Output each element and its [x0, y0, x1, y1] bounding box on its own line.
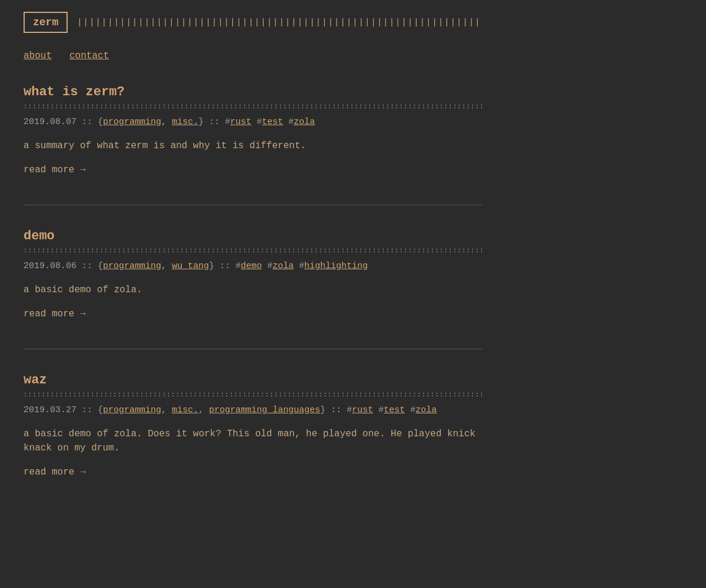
post-2-tag-highlighting[interactable]: highlighting: [304, 261, 368, 271]
header-decoration: ||||||||||||||||||||||||||||||||||||||||…: [77, 18, 482, 27]
post-1-tag-test[interactable]: test: [262, 117, 283, 127]
posts-list: what is zerm? ::::::::::::::::::::::::::…: [24, 85, 482, 495]
post-1-cat-programming[interactable]: programming: [103, 117, 161, 127]
post-2-divider: ::::::::::::::::::::::::::::::::::::::::…: [24, 247, 482, 254]
logo[interactable]: zerm: [24, 12, 68, 33]
post-2-tag-demo[interactable]: demo: [241, 261, 262, 271]
post-1-date: 2019.08.07: [24, 117, 76, 127]
post-2-tag-zola[interactable]: zola: [272, 261, 294, 271]
post-2-date: 2019.08.06: [24, 261, 76, 271]
post-3-divider: ::::::::::::::::::::::::::::::::::::::::…: [24, 391, 482, 398]
post-3-cat-programming[interactable]: programming: [103, 405, 161, 415]
post-3-meta: 2019.03.27 :: {programming, misc., progr…: [24, 405, 482, 415]
post-3-tag-zola[interactable]: zola: [415, 405, 437, 415]
post-1-tag-rust[interactable]: rust: [230, 117, 251, 127]
post-1-title: what is zerm?: [24, 85, 482, 99]
nav-about[interactable]: about: [24, 51, 52, 61]
divider-2: [24, 349, 482, 349]
post-3-cat-prolangs[interactable]: programming languages: [209, 405, 320, 415]
header: zerm |||||||||||||||||||||||||||||||||||…: [24, 12, 482, 33]
post-2-read-more[interactable]: read more →: [24, 309, 86, 319]
post-1-read-more[interactable]: read more →: [24, 165, 86, 175]
post-1-divider: ::::::::::::::::::::::::::::::::::::::::…: [24, 103, 482, 110]
nav-contact[interactable]: contact: [69, 51, 109, 61]
post-2-title: demo: [24, 229, 482, 243]
post-3-tag-test[interactable]: test: [384, 405, 405, 415]
post-3-tag-rust[interactable]: rust: [352, 405, 373, 415]
post-1-summary: a summary of what zerm is and why it is …: [24, 139, 482, 153]
post-1: what is zerm? ::::::::::::::::::::::::::…: [24, 85, 482, 193]
post-2: demo :::::::::::::::::::::::::::::::::::…: [24, 229, 482, 337]
post-3: waz ::::::::::::::::::::::::::::::::::::…: [24, 373, 482, 495]
post-1-tag-zola[interactable]: zola: [294, 117, 315, 127]
post-1-cat-misc[interactable]: misc.: [172, 117, 198, 127]
post-2-meta: 2019.08.06 :: {programming, wu tang} :: …: [24, 261, 482, 271]
post-2-cat-programming[interactable]: programming: [103, 261, 161, 271]
post-3-title: waz: [24, 373, 482, 387]
post-1-meta: 2019.08.07 :: {programming, misc.} :: #r…: [24, 117, 482, 127]
post-2-summary: a basic demo of zola.: [24, 283, 482, 297]
post-2-cat-wutang[interactable]: wu tang: [172, 261, 209, 271]
post-3-summary: a basic demo of zola. Does it work? This…: [24, 427, 482, 455]
post-3-read-more[interactable]: read more →: [24, 467, 86, 477]
post-3-cat-misc[interactable]: misc.: [172, 405, 198, 415]
post-3-date: 2019.03.27: [24, 405, 76, 415]
divider-1: [24, 205, 482, 205]
nav: about contact: [24, 51, 482, 61]
